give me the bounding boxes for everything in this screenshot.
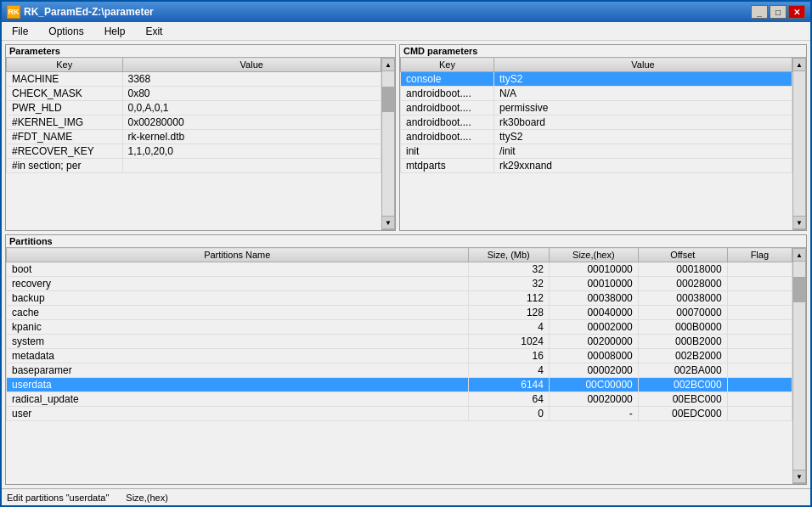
param-key: CHECK_MASK — [7, 87, 123, 101]
part-offset: 002BA000 — [638, 363, 727, 378]
part-size-hex: 00002000 — [549, 363, 638, 378]
table-row[interactable]: #KERNEL_IMG 0x00280000 — [7, 115, 381, 130]
table-row[interactable]: recovery 32 00010000 00028000 — [7, 277, 792, 291]
part-offset: 00EDC000 — [638, 407, 727, 421]
part-size-hex: 00010000 — [549, 277, 638, 291]
menu-exit[interactable]: Exit — [142, 25, 166, 38]
part-offset: 000B0000 — [638, 320, 727, 335]
scroll-thumb[interactable] — [382, 87, 394, 112]
table-row[interactable]: backup 112 00038000 00038000 — [7, 291, 792, 306]
part-size-mb: 1024 — [468, 335, 549, 349]
table-row[interactable]: userdata 6144 00C00000 002BC000 — [7, 378, 792, 392]
cmd-scroll-up-arrow[interactable]: ▲ — [792, 58, 806, 71]
part-flag — [727, 291, 792, 306]
part-name: user — [7, 407, 469, 421]
part-flag — [727, 320, 792, 335]
part-name: userdata — [7, 378, 469, 392]
part-offset: 00070000 — [638, 306, 727, 320]
cmd-value: N/A — [494, 87, 792, 101]
part-offset: 00038000 — [638, 291, 727, 306]
cmd-value: rk29xxnand — [494, 159, 792, 173]
cmd-scrollbar[interactable]: ▲ ▼ — [792, 57, 806, 230]
main-content: Parameters Key Value — [2, 41, 810, 488]
table-row[interactable]: PWR_HLD 0,0,A,0,1 — [7, 101, 381, 115]
partitions-scrollbar[interactable]: ▲ ▼ — [792, 247, 806, 484]
table-row[interactable]: androidboot.... N/A — [401, 87, 792, 101]
param-value: 0x80 — [122, 87, 381, 101]
cmd-table: Key Value console ttyS2 androi — [400, 57, 792, 173]
scroll-up-arrow[interactable]: ▲ — [381, 58, 395, 71]
table-row[interactable]: metadata 16 00008000 002B2000 — [7, 349, 792, 363]
table-row[interactable]: baseparamer 4 00002000 002BA000 — [7, 363, 792, 378]
part-name: kpanic — [7, 320, 469, 335]
part-scroll-down-arrow[interactable]: ▼ — [792, 470, 806, 483]
param-key: #FDT_NAME — [7, 130, 123, 144]
part-col-offset: Offset — [638, 248, 727, 262]
window-controls: _ □ ✕ — [751, 5, 805, 19]
part-size-mb: 0 — [468, 407, 549, 421]
menu-help[interactable]: Help — [101, 25, 129, 38]
partitions-panel: Partitions Partitions Name Size, (Mb) Si… — [5, 234, 807, 485]
part-name: baseparamer — [7, 363, 469, 378]
param-key: #KERNEL_IMG — [7, 115, 123, 130]
main-window: RK RK_ParamEd-Z:\parameter _ □ ✕ File Op… — [0, 0, 812, 507]
partitions-table-scroll: Partitions Name Size, (Mb) Size,(hex) Of… — [6, 247, 792, 484]
part-name: radical_update — [7, 392, 469, 407]
cmd-title: CMD parameters — [400, 45, 806, 57]
table-row[interactable]: user 0 - 00EDC000 — [7, 407, 792, 421]
part-offset: 00028000 — [638, 277, 727, 291]
part-scroll-up-arrow[interactable]: ▲ — [792, 248, 806, 262]
cmd-col-value: Value — [494, 58, 792, 72]
table-row[interactable]: kpanic 4 00002000 000B0000 — [7, 320, 792, 335]
table-row[interactable]: boot 32 00010000 00018000 — [7, 262, 792, 277]
param-key: #RECOVER_KEY — [7, 144, 123, 159]
part-scroll-thumb[interactable] — [793, 277, 805, 302]
part-size-mb: 6144 — [468, 378, 549, 392]
table-row[interactable]: #RECOVER_KEY 1,1,0,20,0 — [7, 144, 381, 159]
table-row[interactable]: mtdparts rk29xxnand — [401, 159, 792, 173]
part-flag — [727, 277, 792, 291]
param-value: 1,1,0,20,0 — [122, 144, 381, 159]
part-size-hex: 00020000 — [549, 392, 638, 407]
param-key: PWR_HLD — [7, 101, 123, 115]
table-row[interactable]: androidboot.... ttyS2 — [401, 130, 792, 144]
part-name: cache — [7, 306, 469, 320]
cmd-key: console — [401, 72, 494, 87]
cmd-table-scroll: Key Value console ttyS2 androi — [400, 57, 792, 230]
parameters-table: Key Value MACHINE 3368 CHECK_M — [6, 57, 381, 173]
table-row[interactable]: CHECK_MASK 0x80 — [7, 87, 381, 101]
table-row[interactable]: MACHINE 3368 — [7, 72, 381, 87]
cmd-scroll-down-arrow[interactable]: ▼ — [792, 216, 806, 229]
part-name: recovery — [7, 277, 469, 291]
parameters-panel: Parameters Key Value — [5, 44, 396, 231]
part-flag — [727, 262, 792, 277]
param-value: 0,0,A,0,1 — [122, 101, 381, 115]
part-size-mb: 4 — [468, 320, 549, 335]
param-value — [122, 159, 381, 173]
menu-file[interactable]: File — [8, 25, 31, 38]
table-row[interactable]: console ttyS2 — [401, 72, 792, 87]
part-name: metadata — [7, 349, 469, 363]
table-row[interactable]: #FDT_NAME rk-kernel.dtb — [7, 130, 381, 144]
part-size-mb: 32 — [468, 262, 549, 277]
menu-options[interactable]: Options — [45, 25, 87, 38]
close-button[interactable]: ✕ — [788, 5, 805, 19]
params-col-key: Key — [7, 58, 123, 72]
cmd-value: ttyS2 — [494, 72, 792, 87]
cmd-key: androidboot.... — [401, 87, 494, 101]
scroll-down-arrow[interactable]: ▼ — [381, 216, 395, 229]
part-size-hex: 00010000 — [549, 262, 638, 277]
cmd-panel: CMD parameters Key Value — [399, 44, 807, 231]
table-row[interactable]: system 1024 00200000 000B2000 — [7, 335, 792, 349]
table-row[interactable]: #in section; per — [7, 159, 381, 173]
table-row[interactable]: radical_update 64 00020000 00EBC000 — [7, 392, 792, 407]
maximize-button[interactable]: □ — [770, 5, 787, 19]
part-size-hex: 00200000 — [549, 335, 638, 349]
params-scrollbar[interactable]: ▲ ▼ — [381, 57, 395, 230]
part-size-hex: 00002000 — [549, 320, 638, 335]
table-row[interactable]: androidboot.... rk30board — [401, 115, 792, 130]
table-row[interactable]: androidboot.... permissive — [401, 101, 792, 115]
table-row[interactable]: cache 128 00040000 00070000 — [7, 306, 792, 320]
table-row[interactable]: init /init — [401, 144, 792, 159]
minimize-button[interactable]: _ — [751, 5, 768, 19]
